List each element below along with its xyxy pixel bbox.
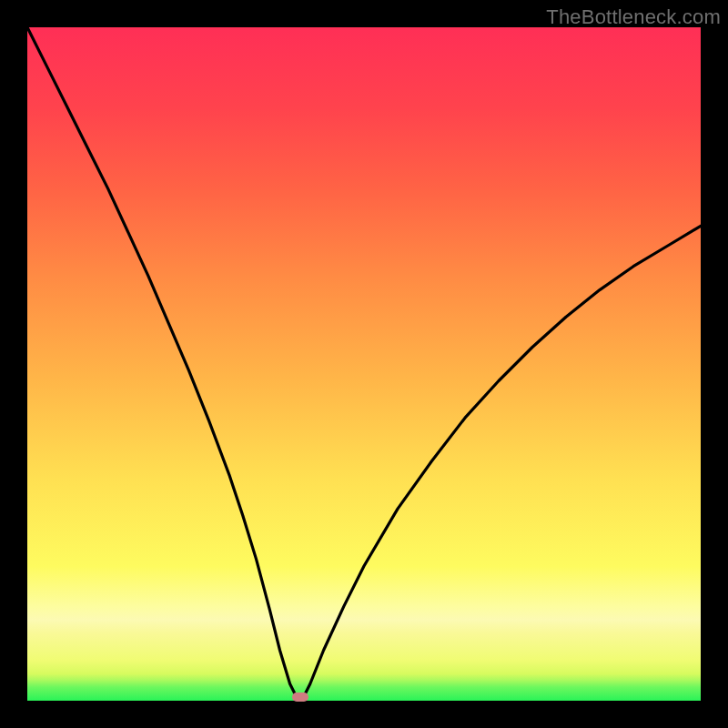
curve-layer xyxy=(27,27,701,701)
min-marker xyxy=(292,693,308,702)
bottleneck-curve xyxy=(27,27,701,697)
plot-area xyxy=(27,27,701,701)
chart-frame: TheBottleneck.com xyxy=(0,0,728,728)
watermark-text: TheBottleneck.com xyxy=(546,5,721,29)
